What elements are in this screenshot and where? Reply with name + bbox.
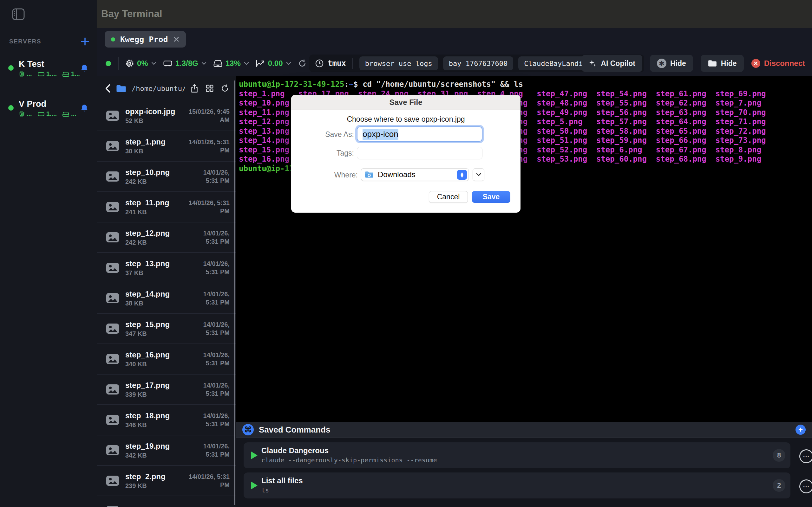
play-icon[interactable] <box>251 482 258 489</box>
image-file-icon <box>106 111 119 121</box>
file-row[interactable]: step_14.png 38 KB 14/01/26, 5:31 PM <box>97 283 236 314</box>
tab-kwegg-prod[interactable]: Kwegg Prod <box>105 31 186 48</box>
more-options-button[interactable]: ⋯ <box>799 449 812 463</box>
folder-icon <box>116 84 126 93</box>
file-row[interactable]: step_15.png 347 KB 14/01/26, 5:31 PM <box>97 314 236 344</box>
file-row[interactable]: step_18.png 346 KB 14/01/26, 5:31 PM <box>97 405 236 435</box>
memory-icon <box>163 60 172 66</box>
tab-label: Kwegg Prod <box>120 35 168 44</box>
server-item[interactable]: V Prod ... 1.... ... <box>0 95 97 134</box>
file-row[interactable]: step_1.png 30 KB 14/01/26, 5:31 PM <box>97 131 236 162</box>
more-options-button[interactable]: ⋯ <box>799 480 812 493</box>
tags-input[interactable] <box>357 147 483 159</box>
file-row[interactable]: step_17.png 339 KB 14/01/26, 5:31 PM <box>97 375 236 405</box>
server-cpu-stat: ... <box>19 110 32 118</box>
dialog-titlebar[interactable]: Save File <box>291 95 520 110</box>
where-select[interactable]: Downloads ▲▼ <box>361 168 469 181</box>
servers-header: SERVERS <box>9 37 90 46</box>
bell-icon[interactable] <box>80 104 89 113</box>
file-row[interactable]: step_2.png 239 KB 14/01/26, 5:31 PM <box>97 466 236 496</box>
server-stats: ... 1.... 1... <box>19 70 90 78</box>
where-label: Where: <box>298 171 358 179</box>
sidebar-toggle-icon[interactable] <box>12 8 25 20</box>
scrollbar[interactable] <box>234 80 235 505</box>
terminal-prompt-line: ubuntu@ip-172-31-49-125:~$ cd "/home/ubu… <box>239 80 812 89</box>
hide-files-button[interactable]: Hide <box>701 55 744 72</box>
add-server-icon[interactable] <box>80 37 90 46</box>
chart-icon <box>256 60 265 67</box>
sparkles-icon <box>589 59 597 67</box>
command-icon: ⌘ <box>242 424 254 435</box>
x-circle-icon: ✕ <box>751 59 760 68</box>
play-icon[interactable] <box>251 452 258 459</box>
cpu-stat[interactable]: 0% <box>125 59 156 68</box>
refresh-icon[interactable] <box>298 59 306 67</box>
session-chips: browser-use-logsbay-1767637600ClaudeBayL… <box>359 56 597 70</box>
grid-view-icon[interactable] <box>206 84 214 93</box>
hide-processes-label: Hide <box>670 59 686 68</box>
folder-icon <box>708 60 717 67</box>
select-stepper-icon: ▲▼ <box>457 170 467 180</box>
bell-icon[interactable] <box>80 64 89 73</box>
divider <box>118 57 119 70</box>
disconnect-label: Disconnect <box>764 59 805 68</box>
add-command-icon[interactable]: + <box>796 425 806 435</box>
saved-commands-panel: ⌘ Saved Commands + Claude Dangerous clau… <box>236 422 812 507</box>
file-row[interactable]: opxp-icon.jpg 52 KB 15/01/26, 9:45 AM <box>97 101 236 131</box>
file-meta: step_12.png 242 KB <box>125 229 197 246</box>
file-meta: step_2.png 239 KB <box>125 472 176 490</box>
server-status-dot <box>8 105 14 111</box>
server-stats: ... 1.... ... <box>19 110 90 118</box>
session-chip[interactable]: bay-1767637600 <box>443 56 513 70</box>
session-chip[interactable]: browser-use-logs <box>359 56 438 70</box>
disk-stat[interactable]: 13% <box>213 59 249 68</box>
file-meta: step_16.png 340 KB <box>125 350 197 368</box>
file-row[interactable]: step_19.png 342 KB 14/01/26, 5:31 PM <box>97 435 236 466</box>
image-file-icon <box>106 415 119 425</box>
hide-files-label: Hide <box>721 59 737 68</box>
file-size: 52 KB <box>125 117 176 124</box>
cancel-button[interactable]: Cancel <box>429 191 468 203</box>
chevron-down-icon <box>476 173 481 176</box>
chevron-down-icon <box>286 62 291 65</box>
toolbar: 0% 1.3/8G 13% 0.00 <box>97 51 812 76</box>
sidebar: SERVERS K Test ... 1.... 1... V Prod <box>0 0 97 507</box>
file-row[interactable]: step_12.png 242 KB 14/01/26, 5:31 PM <box>97 222 236 253</box>
file-name: step_12.png <box>125 229 176 238</box>
refresh-icon[interactable] <box>221 84 229 93</box>
file-name: step_19.png <box>125 442 176 451</box>
downloads-folder-icon <box>364 171 374 178</box>
connection-status-dot <box>106 61 111 66</box>
disconnect-button[interactable]: ✕ Disconnect <box>751 59 807 68</box>
hide-processes-button[interactable]: ✻ Hide <box>650 55 693 72</box>
expand-dialog-button[interactable] <box>473 168 484 181</box>
saved-command-name: List all files <box>261 476 303 485</box>
file-date: 14/01/26, 5:31 PM <box>203 290 230 306</box>
memory-stat[interactable]: 1.3/8G <box>163 59 206 68</box>
file-row[interactable]: step_11.png 241 KB 14/01/26, 5:31 PM <box>97 192 236 222</box>
saved-command-item[interactable]: List all files ls 2 <box>244 472 791 498</box>
server-item[interactable]: K Test ... 1.... 1... <box>0 55 97 95</box>
server-name: V Prod <box>19 99 90 109</box>
close-icon[interactable] <box>173 36 180 43</box>
breadcrumb-path[interactable]: /home/ubuntu/ <box>132 84 185 93</box>
save-button[interactable]: Save <box>472 191 510 203</box>
file-row[interactable]: step_16.png 340 KB 14/01/26, 5:31 PM <box>97 344 236 375</box>
share-icon[interactable] <box>190 83 199 93</box>
load-stat[interactable]: 0.00 <box>256 59 291 68</box>
save-as-input[interactable]: opxp-icon <box>357 126 483 142</box>
file-date: 14/01/26, 5:31 PM <box>203 168 230 185</box>
file-row[interactable]: step_10.png 242 KB 14/01/26, 5:31 PM <box>97 162 236 192</box>
file-row[interactable]: step_20.png <box>97 496 236 507</box>
file-name: step_1.png <box>125 137 176 147</box>
file-date: 14/01/26, 5:31 PM <box>203 412 230 428</box>
file-row[interactable]: step_13.png 37 KB 14/01/26, 5:31 PM <box>97 253 236 283</box>
servers-section-label: SERVERS <box>9 38 41 45</box>
tmux-group[interactable]: tmux <box>315 59 346 68</box>
ai-copilot-button[interactable]: AI Copilot <box>582 55 642 72</box>
image-file-icon <box>106 202 119 212</box>
saved-command-row: Claude Dangerous claude --dangerously-sk… <box>244 442 812 468</box>
tmux-label: tmux <box>328 59 346 68</box>
saved-command-item[interactable]: Claude Dangerous claude --dangerously-sk… <box>244 442 791 468</box>
back-chevron-icon[interactable] <box>105 84 111 93</box>
